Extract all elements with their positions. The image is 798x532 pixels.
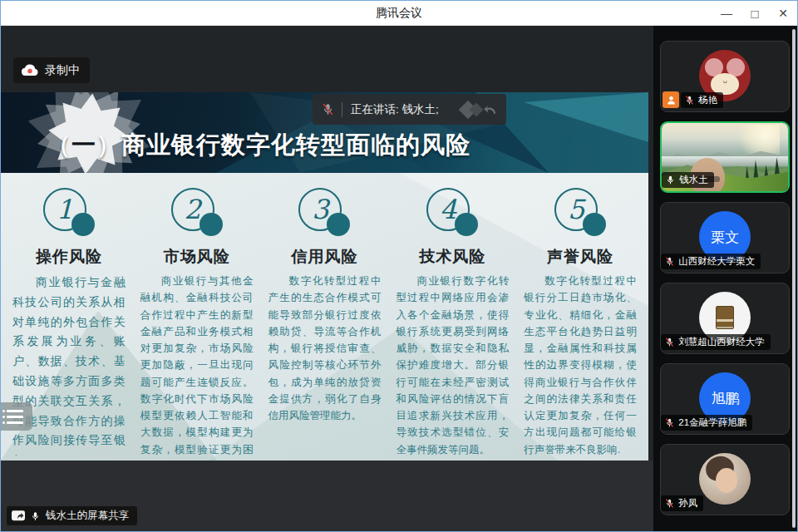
- avatar: [699, 453, 751, 505]
- participant-tile-yangyan[interactable]: 杨艳: [660, 41, 790, 112]
- risk-body-2: 商业银行与其他金融机构、金融科技公司合作过程中产生的新型金融产品和业务模式相对更…: [140, 273, 254, 456]
- participant-tile-qianshuitu[interactable]: 钱水土: [660, 121, 790, 193]
- recording-label: 录制中: [45, 63, 80, 78]
- muted-mic-icon: [684, 95, 695, 106]
- risk-title-5: 声誉风险: [524, 246, 637, 268]
- participant-name: 21金融学薛旭鹏: [678, 416, 746, 429]
- speaking-label: 正在讲话: 钱水土;: [351, 102, 460, 117]
- close-button[interactable]: ✕: [769, 1, 797, 26]
- curved-arrow-icon: [483, 104, 498, 116]
- participant-name-pill: 21金融学薛旭鹏: [661, 415, 752, 431]
- risk-title-4: 技术风险: [396, 246, 509, 268]
- participant-name-pill: 山西财经大学栗文: [661, 254, 761, 269]
- participant-name: 杨艳: [698, 94, 717, 106]
- recording-badge[interactable]: 录制中: [13, 57, 90, 83]
- screen-share-area: （一）商业银行数字化转型面临的风险 1 操作风险 商业银行与金融科技公司的关系从…: [1, 26, 653, 531]
- risk-columns: 1 操作风险 商业银行与金融科技公司的关系从相对单纯的外包合作关系发展为业务、账…: [7, 183, 642, 456]
- muted-mic-icon: [664, 417, 675, 428]
- muted-mic-icon: [664, 498, 675, 509]
- risk-column-4: 4 技术风险 商业银行数字化转型过程中网络应用会渗入各个金融场景，使得银行系统更…: [391, 183, 514, 456]
- toast-divider: [342, 102, 342, 117]
- active-speaker-toast: 正在讲话: 钱水土;: [313, 94, 506, 125]
- muted-mic-icon: [321, 102, 335, 116]
- number-badge-4: 4: [425, 186, 480, 241]
- participant-name-pill: 钱水土: [662, 172, 714, 188]
- participant-name: 山西财经大学栗文: [678, 255, 755, 268]
- risk-column-2: 2 市场风险 商业银行与其他金融机构、金融科技公司合作过程中产生的新型金融产品和…: [135, 183, 259, 456]
- risk-body-5: 数字化转型过程中银行分工日趋市场化、专业化、精细化，金融生态平台化趋势日益明显，…: [524, 273, 637, 456]
- risk-title-2: 市场风险: [140, 246, 254, 268]
- slide-title: （一）商业银行数字化转型面临的风险: [47, 129, 470, 162]
- minimize-button[interactable]: —: [712, 1, 741, 26]
- number-badge-5: 5: [553, 186, 608, 241]
- risk-body-3: 数字化转型过程中产生的生态合作模式可能导致部分银行过度依赖助贷、导流等合作机构，…: [268, 273, 382, 424]
- risk-title-1: 操作风险: [12, 246, 126, 268]
- participant-tile-xupeng[interactable]: 旭鹏 21金融学薛旭鹏: [660, 363, 790, 435]
- window-controls: — □ ✕: [712, 1, 797, 26]
- participant-tile-liwen[interactable]: 栗文 山西财经大学栗文: [660, 202, 790, 273]
- window-titlebar: 腾讯会议 — □ ✕: [1, 1, 797, 26]
- participant-name-pill: 刘慧超山西财经大学: [661, 334, 771, 350]
- number-badge-2: 2: [170, 186, 224, 241]
- number-badge-1: 1: [42, 186, 96, 241]
- participant-tile-sunfeng[interactable]: 孙凤: [660, 444, 790, 515]
- cloud-recording-icon: [21, 64, 39, 76]
- slide-body: 1 操作风险 商业银行与金融科技公司的关系从相对单纯的外包合作关系发展为业务、账…: [1, 173, 648, 461]
- screen-share-icon: [12, 510, 25, 522]
- participant-name: 孙凤: [678, 497, 697, 510]
- presentation-slide: （一）商业银行数字化转型面临的风险 1 操作风险 商业银行与金融科技公司的关系从…: [1, 92, 648, 461]
- participant-name: 刘慧超山西财经大学: [678, 336, 765, 348]
- sidebar-scrollbar[interactable]: [792, 29, 796, 528]
- participant-name-pill: 孙凤: [661, 495, 703, 511]
- participants-sidebar: 杨艳 钱水土: [653, 26, 797, 531]
- muted-mic-icon: [664, 256, 675, 267]
- muted-mic-icon: [664, 337, 675, 347]
- toast-decoration: [461, 103, 498, 116]
- participant-tiles: 杨艳 钱水土: [660, 41, 790, 515]
- participant-name: 钱水土: [679, 174, 708, 186]
- unmuted-mic-icon: [665, 175, 676, 185]
- number-badge-3: 3: [297, 186, 352, 241]
- role-badge-icon: [663, 91, 679, 108]
- participant-tile-liuhuichao[interactable]: 刘慧超山西财经大学: [660, 283, 790, 354]
- risk-title-3: 信用风险: [268, 246, 382, 268]
- meeting-main: （一）商业银行数字化转型面临的风险 1 操作风险 商业银行与金融科技公司的关系从…: [1, 26, 797, 531]
- share-banner-label: 钱水土的屏幕共享: [46, 509, 129, 523]
- screen-share-banner[interactable]: 钱水土的屏幕共享: [7, 506, 137, 525]
- window-title: 腾讯会议: [376, 6, 422, 21]
- maximize-button[interactable]: □: [741, 1, 769, 26]
- risk-column-3: 3 信用风险 数字化转型过程中产生的生态合作模式可能导致部分银行过度依赖助贷、导…: [264, 183, 387, 456]
- participant-name-pill: 杨艳: [681, 92, 723, 108]
- risk-body-4: 商业银行数字化转型过程中网络应用会渗入各个金融场景，使得银行系统更易受到网络威胁…: [396, 273, 509, 456]
- unmuted-mic-icon: [30, 510, 41, 522]
- controls-drawer-handle[interactable]: [1, 402, 32, 431]
- risk-column-5: 5 声誉风险 数字化转型过程中银行分工日趋市场化、专业化、精细化，金融生态平台化…: [519, 183, 642, 456]
